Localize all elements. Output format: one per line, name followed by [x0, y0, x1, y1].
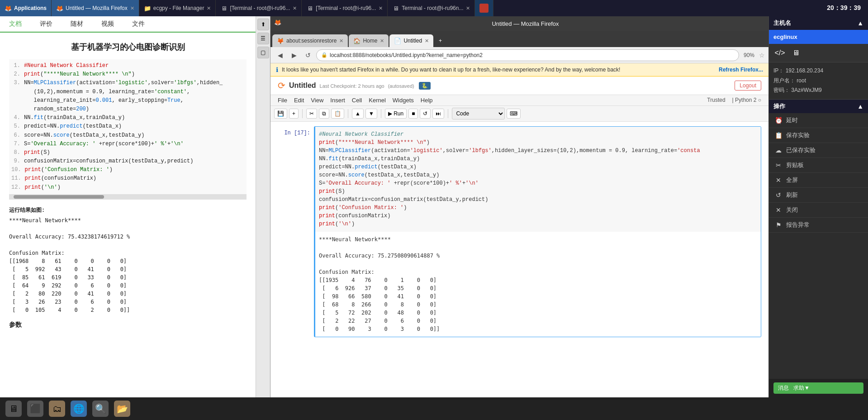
taskbar-item-terminal[interactable]: ⬛: [26, 400, 44, 418]
move-up-btn[interactable]: ▲: [352, 109, 364, 119]
rp-toggle-btn[interactable]: ▲: [857, 19, 863, 27]
add-cell-btn[interactable]: +: [289, 109, 299, 119]
user-value: root: [797, 77, 806, 84]
tab-terminal1[interactable]: 🖥 [Terminal - root@i-ru96... ✕: [216, 0, 302, 16]
logout-btn[interactable]: Logout: [735, 81, 761, 91]
tab-firefox[interactable]: 🦊 Untitled — Mozilla Firefox ✕: [52, 0, 139, 16]
fullscreen-icon: ✕: [774, 177, 783, 184]
action-fullscreen[interactable]: ✕ 全屏: [769, 173, 868, 188]
side-btn-up[interactable]: ⬆: [257, 19, 269, 30]
restart-btn[interactable]: ↺: [420, 109, 431, 119]
code-icon[interactable]: </>: [773, 47, 786, 59]
action-clipboard[interactable]: ✂ 剪贴板: [769, 158, 868, 173]
side-btn-menu[interactable]: ☰: [257, 33, 269, 44]
advance-btn[interactable]: ⏭: [432, 109, 444, 119]
result-text: ****Neural Network**** Overall Accuracy:…: [9, 216, 247, 314]
tab-home-label: Home: [363, 38, 377, 44]
nav-video[interactable]: 视频: [92, 16, 123, 32]
menu-widgets[interactable]: Widgets: [393, 97, 414, 104]
menu-view[interactable]: View: [311, 97, 323, 104]
cell-type-select[interactable]: Code Markdown Raw NBConvert: [452, 108, 505, 119]
close-icon-2[interactable]: ✕: [207, 5, 211, 11]
close-icon-4[interactable]: ✕: [379, 5, 383, 11]
refresh-firefox-btn[interactable]: Refresh Firefox...: [719, 67, 763, 73]
refresh-icon: ↺: [774, 191, 783, 199]
code-line-10: 10. print('Confusion Matrix: '): [11, 166, 244, 174]
ops-toggle[interactable]: ▲: [857, 103, 863, 110]
apps-icon: 🦊: [5, 5, 12, 12]
run-btn[interactable]: ▶ Run: [385, 109, 407, 119]
action-report[interactable]: ⚑ 报告异常: [769, 218, 868, 233]
taskbar-item-monitor[interactable]: 🖥: [5, 400, 23, 418]
doc-title: 基于机器学习的心电图诊断识别: [9, 37, 247, 59]
url-bar[interactable]: 🔒 localhost:8888/notebooks/Untitled.ipyn…: [316, 49, 739, 61]
ip-label: IP：: [773, 67, 784, 74]
close-icon-5[interactable]: ✕: [466, 5, 470, 11]
ff-titlebar-text: Untitled — Mozilla Firefox: [286, 20, 765, 27]
kernel-label: | Python 2 ○: [732, 97, 761, 104]
action-save-exp[interactable]: 📋 保存实验: [769, 128, 868, 143]
save-btn[interactable]: 💾: [274, 109, 287, 119]
terminal2-icon: 🖥: [306, 5, 313, 12]
new-tab-btn[interactable]: +: [434, 34, 448, 47]
close-icon-3[interactable]: ✕: [293, 5, 297, 11]
action-delay[interactable]: ⏰ 延时: [769, 113, 868, 128]
tab-untitled[interactable]: 📄 Untitled ✕: [389, 34, 433, 47]
tab-restore[interactable]: 🦊 about:sessionrestore ✕: [272, 34, 348, 47]
code-line-4: 4. NN.fit(trainData_x,trainData_y): [11, 114, 244, 122]
code-text-11: print(confusionMatrix): [25, 174, 244, 183]
menu-edit[interactable]: Edit: [294, 97, 304, 104]
menu-help[interactable]: Help: [421, 97, 433, 104]
keyboard-btn[interactable]: ⌨: [507, 109, 521, 119]
tab-restore-close[interactable]: ✕: [339, 38, 343, 44]
menu-insert[interactable]: Insert: [330, 97, 345, 104]
code-text-9: confusionMatrix=confusion_matrix(testDat…: [24, 157, 244, 166]
monitor-icon[interactable]: 🖥: [790, 47, 802, 59]
tab-filemanager[interactable]: 📁 ecgpy - File Manager ✕: [139, 0, 216, 16]
back-btn[interactable]: ◀: [274, 49, 286, 61]
side-btn-win[interactable]: ▢: [257, 47, 269, 58]
taskbar-item-search[interactable]: 🔍: [91, 400, 109, 418]
menu-cell[interactable]: Cell: [352, 97, 362, 104]
forward-btn[interactable]: ▶: [288, 49, 300, 61]
interrupt-btn[interactable]: ■: [408, 109, 418, 119]
action-close[interactable]: ✕ 关闭: [769, 203, 868, 218]
cell-body[interactable]: #Neural Network Classifier print("****Ne…: [314, 126, 761, 337]
notification-bar[interactable]: 消息 求助▼: [773, 382, 863, 394]
menu-file[interactable]: File: [278, 97, 287, 104]
firefox-logo: 🦊: [274, 19, 283, 28]
tab-home-close[interactable]: ✕: [380, 38, 384, 44]
tab-home[interactable]: 🏠 Home ✕: [349, 34, 389, 47]
action-saved-exp[interactable]: ☁ 已保存实验: [769, 143, 868, 158]
jupyter-notebook-title[interactable]: Untitled: [289, 81, 316, 90]
menu-kernel[interactable]: Kernel: [369, 97, 386, 104]
cut-btn[interactable]: ✂: [306, 109, 317, 119]
copy-btn[interactable]: ⧉: [319, 109, 329, 119]
tab-untitled-close[interactable]: ✕: [425, 38, 429, 44]
code-text-7: S='Overall Accuracy: ' +repr(score*100)+…: [24, 140, 244, 148]
horizontal-scrollbar[interactable]: [9, 194, 247, 200]
applications-btn[interactable]: 🦊 Applications: [0, 0, 52, 16]
code-line-3c: learning_rate_init=0.001, early_stopping…: [11, 96, 244, 105]
move-down-btn[interactable]: ▼: [365, 109, 377, 119]
jupyter-title-area: Untitled Last Checkpoint: 2 hours ago (a…: [289, 81, 414, 90]
taskbar-item-files[interactable]: 🗂: [48, 400, 66, 418]
unknown-tab[interactable]: [475, 0, 493, 16]
close-icon[interactable]: ✕: [130, 5, 134, 11]
bookmark-star[interactable]: ☆: [759, 52, 765, 59]
nav-eval[interactable]: 评价: [31, 16, 62, 32]
paste-btn[interactable]: 📋: [331, 109, 344, 119]
tab-terminal3[interactable]: 🖥 Terminal - root@i-ru96n... ✕: [388, 0, 475, 16]
reload-btn[interactable]: ↺: [302, 49, 314, 61]
tab-terminal2[interactable]: 🖥 [Terminal - root@i-ru96... ✕: [302, 0, 388, 16]
code-text-2: print("****Neural Network**** \n"): [24, 70, 244, 79]
taskbar-item-globe[interactable]: 🌐: [70, 400, 88, 418]
nav-file[interactable]: 文件: [123, 16, 154, 32]
nav-doc[interactable]: 文档: [0, 16, 31, 33]
action-refresh[interactable]: ↺ 刷新: [769, 188, 868, 203]
scrollbar-thumb[interactable]: [14, 195, 104, 199]
taskbar-item-folder[interactable]: 📂: [113, 400, 131, 418]
nav-material[interactable]: 随材: [62, 16, 92, 32]
notification-icon: ℹ: [276, 66, 278, 73]
separator-3: [381, 109, 381, 118]
